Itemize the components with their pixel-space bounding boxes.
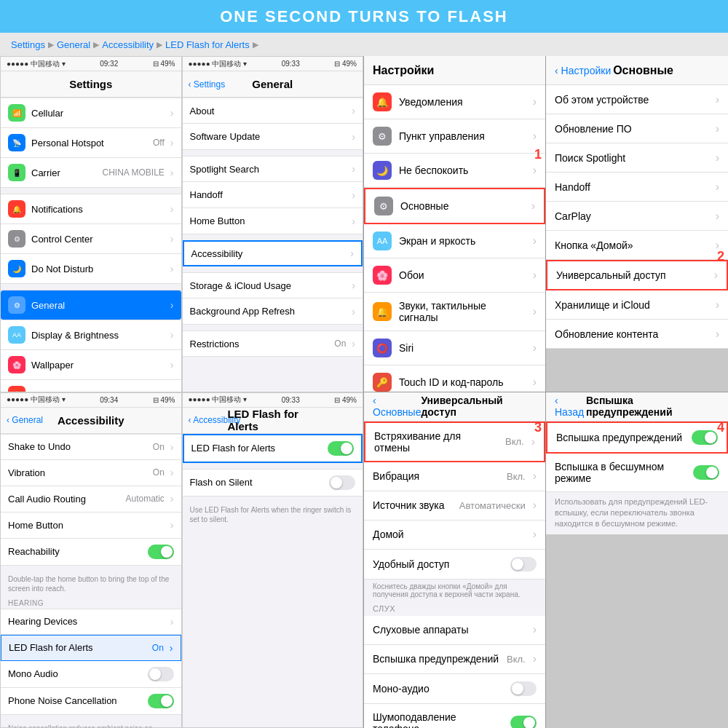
led-flash-toggle-row[interactable]: LED Flash for Alerts: [183, 434, 363, 463]
right-top-left: Настройки 🔔 Уведомления › ⚙ Пункт управл…: [364, 56, 546, 392]
right-bottom: ‹ Основные Универсальный доступ Встряхив…: [364, 392, 728, 729]
reachability-row[interactable]: Reachability: [1, 539, 181, 566]
list-item[interactable]: Storage & iCloud Usage ›: [183, 272, 363, 298]
list-item[interactable]: Spotlight Search ›: [183, 156, 363, 182]
list-item[interactable]: 🔔 Уведомления ›: [364, 85, 545, 119]
cellular-icon: 📶: [8, 104, 25, 122]
flash-silent-right-toggle[interactable]: [693, 465, 719, 480]
list-item[interactable]: Удобный доступ: [364, 550, 545, 579]
list-item[interactable]: 📱 Carrier CHINA MOBILE ›: [1, 158, 181, 188]
mono-audio-toggle[interactable]: [148, 667, 174, 681]
general-row[interactable]: ⚙ General ›: [1, 290, 181, 320]
right-top-left-header: Настройки: [364, 56, 545, 85]
convenient-toggle[interactable]: [510, 557, 537, 571]
q3-accessibility: ●●●●● 中国移动 ▾ 09:34 ⊟ 49% ‹ General Acces…: [0, 392, 182, 729]
list-item[interactable]: 🌸 Обои ›: [364, 258, 545, 293]
list-item[interactable]: Об этом устройстве ›: [546, 85, 728, 114]
list-item[interactable]: 🌙 Do Not Disturb ›: [1, 254, 181, 284]
list-item[interactable]: Home Button ›: [183, 208, 363, 234]
list-item[interactable]: 🔔 Sounds & Haptics ›: [1, 380, 181, 392]
q2-section2: Spotlight Search › Handoff › Home Button…: [183, 156, 363, 234]
reachability-toggle[interactable]: [148, 545, 174, 559]
q4-nav-bar: ‹ Accessibility LED Flash for Alerts: [183, 408, 363, 434]
flash-alert-row[interactable]: Вспышка предупреждений: [546, 422, 728, 454]
list-item[interactable]: 🔔 Звуки, тактильные сигналы ›: [364, 293, 545, 331]
noise-right-toggle[interactable]: [510, 716, 537, 729]
list-item[interactable]: Background App Refresh ›: [183, 298, 363, 325]
list-item[interactable]: Обновление контента ›: [546, 320, 728, 349]
list-item[interactable]: Handoff ›: [546, 173, 728, 202]
list-item[interactable]: ⚙ Пункт управления ›: [364, 119, 545, 154]
mono-right-toggle[interactable]: [510, 681, 537, 696]
right-top-right: ‹ Настройки Основные Об этом устройстве …: [546, 56, 728, 392]
osnovnie-row[interactable]: ⚙ Основные ›: [364, 188, 545, 224]
flash-silent-row[interactable]: Flash on Silent: [183, 469, 363, 496]
list-item[interactable]: Обновление ПО ›: [546, 114, 728, 143]
hotspot-icon: 📡: [8, 134, 25, 151]
list-item[interactable]: ⚙ Control Center ›: [1, 224, 181, 254]
list-item[interactable]: Restrictions On ›: [183, 331, 363, 357]
shake-row[interactable]: Встряхивание для отмены Вкл. ›: [364, 422, 545, 462]
control-icon: ⚙: [373, 127, 392, 146]
list-item[interactable]: 🔑 Touch ID и код-пароль ›: [364, 365, 545, 392]
list-item[interactable]: Источник звука Автоматически ›: [364, 491, 545, 521]
list-item[interactable]: Поиск Spotlight ›: [546, 143, 728, 173]
noise-cancel-toggle[interactable]: [148, 694, 174, 708]
accessibility-row[interactable]: Accessibility ›: [183, 240, 363, 266]
flash-silent-right-row[interactable]: Вспышка в бесшумном режиме: [546, 454, 728, 492]
list-item[interactable]: Вибрация Вкл. ›: [364, 462, 545, 491]
list-item[interactable]: Вспышка предупреждений Вкл. ›: [364, 645, 545, 674]
hearing-header: HEARING: [1, 596, 181, 609]
general-right-icon: ⚙: [374, 197, 393, 215]
list-item[interactable]: Home Button ›: [1, 513, 181, 539]
right-top-right-header: ‹ Настройки Основные: [546, 56, 728, 85]
list-item[interactable]: ⭕ Siri ›: [364, 331, 545, 365]
list-item[interactable]: Hearing Devices ›: [1, 609, 181, 635]
list-item[interactable]: About ›: [183, 98, 363, 124]
list-item[interactable]: Домой ›: [364, 521, 545, 550]
list-item[interactable]: AA Display & Brightness ›: [1, 320, 181, 350]
list-item[interactable]: 🔔 Notifications ›: [1, 194, 181, 224]
list-item[interactable]: 🌙 Не беспокоить ›: [364, 154, 545, 188]
list-item[interactable]: CarPlay ›: [546, 202, 728, 231]
list-item[interactable]: AA Экран и яркость ›: [364, 224, 545, 258]
list-item[interactable]: Хранилище и iCloud ›: [546, 290, 728, 320]
q2-list: About › Software Update › Spotlight Sear…: [183, 98, 363, 363]
list-item[interactable]: 📡 Personal Hotspot Off ›: [1, 128, 181, 158]
flash-alert-toggle[interactable]: [692, 430, 718, 445]
noise-cancel-row[interactable]: Phone Noise Cancellation: [1, 688, 181, 715]
q3-status-bar: ●●●●● 中国移动 ▾ 09:34 ⊟ 49%: [1, 393, 181, 408]
list-item[interactable]: 📶 Cellular ›: [1, 98, 181, 128]
breadcrumb: Settings ▶ General ▶ Accessibility ▶ LED…: [0, 33, 728, 56]
list-item[interactable]: Shake to Undo On ›: [1, 434, 181, 460]
flash-silent-right-desc: Использовать для предупреждений LED-вспы…: [546, 492, 728, 534]
led-flash-toggle[interactable]: [328, 441, 354, 456]
breadcrumb-general[interactable]: General: [57, 39, 90, 50]
list-item[interactable]: Кнопка «Домой» ›: [546, 231, 728, 260]
breadcrumb-accessibility[interactable]: Accessibility: [102, 39, 154, 50]
q2-section4: Storage & iCloud Usage › Background App …: [183, 272, 363, 325]
list-item[interactable]: 🌸 Wallpaper ›: [1, 350, 181, 380]
list-item[interactable]: Vibration On ›: [1, 460, 181, 486]
list-item[interactable]: Call Audio Routing Automatic ›: [1, 486, 181, 513]
breadcrumb-settings[interactable]: Settings: [11, 39, 45, 50]
q4-list: LED Flash for Alerts Flash on Silent U: [183, 434, 363, 527]
universal-row[interactable]: Универсальный доступ ›: [546, 260, 728, 290]
mono-audio-row[interactable]: Mono Audio: [1, 661, 181, 688]
list-item[interactable]: Handoff ›: [183, 182, 363, 208]
noise-cancel-desc: Noise cancellation reduces ambient noise…: [1, 721, 181, 729]
list-item[interactable]: Шумоподавление телефона: [364, 704, 545, 729]
list-item[interactable]: Моно-аудио: [364, 674, 545, 704]
breadcrumb-led[interactable]: LED Flash for Alerts: [165, 39, 250, 50]
q1-list: 📶 Cellular › 📡 Personal Hotspot Off › 📱 …: [1, 98, 181, 392]
flash-silent-toggle[interactable]: [329, 475, 355, 490]
q1-section-carrier: 📶 Cellular › 📡 Personal Hotspot Off › 📱 …: [1, 98, 181, 188]
list-item[interactable]: Software Update ›: [183, 124, 363, 150]
led-flash-row[interactable]: LED Flash for Alerts On ›: [1, 635, 181, 661]
display-icon: AA: [8, 326, 25, 344]
touch-right-icon: 🔑: [373, 373, 392, 392]
q1-settings: ●●●●● 中国移动 ▾ 09:32 ⊟ 49% Settings 📶 Cell…: [0, 56, 182, 392]
display-right-icon: AA: [373, 232, 392, 250]
carrier-icon: 📱: [8, 164, 25, 181]
list-item[interactable]: Слуховые аппараты ›: [364, 616, 545, 645]
